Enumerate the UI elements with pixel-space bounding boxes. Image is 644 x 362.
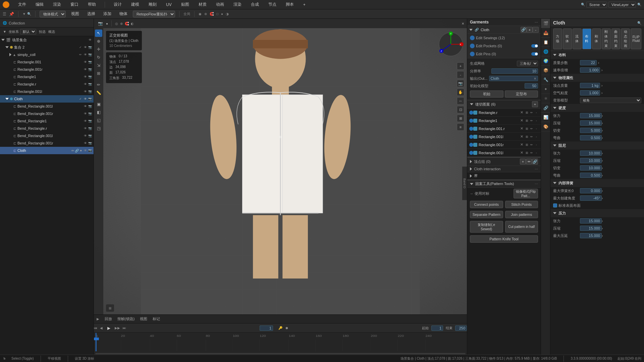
snap-toggle-btn[interactable]: 🧲: [125, 22, 129, 25]
damp-bending-arrow[interactable]: ›: [602, 174, 603, 177]
grid-btn[interactable]: ⊞: [457, 115, 464, 122]
outliner-item-bend001r2[interactable]: ⊏ Bend_Rectangle.001r 👁 📷: [0, 139, 94, 147]
damp-tension-arrow[interactable]: ›: [602, 152, 603, 155]
frame-btn[interactable]: ⊡: [457, 106, 464, 113]
pattern-tools-expand[interactable]: [470, 183, 473, 185]
outliner-item-cloth-parent[interactable]: Cloth ✓ 👁 📷: [0, 95, 94, 103]
prop-tab-output[interactable]: 📤: [541, 28, 550, 38]
deform-model-select[interactable]: 棱角: [580, 98, 641, 103]
timeline-ruler[interactable]: 1 20 40 60 80 100 120 140 160 180 200 22…: [94, 333, 467, 355]
tension-arrow[interactable]: ›: [602, 114, 603, 118]
outliner-item-bendr[interactable]: ⊏ Bend_Rectangle.r 👁 📷: [0, 125, 94, 132]
vertex-group-edit-btn[interactable]: ✏: [526, 159, 532, 165]
cloth-active-cam-icon[interactable]: 📷: [88, 148, 92, 153]
bend001l-vis-icon[interactable]: 👁: [83, 104, 88, 109]
tool-annotate[interactable]: ✏: [95, 81, 102, 88]
mirror-arrow-icon[interactable]: ↔: [470, 192, 473, 195]
speed-arrow[interactable]: ›: [601, 68, 602, 72]
pressure-compression-arrow[interactable]: ›: [602, 227, 603, 230]
cloth-active-particles-icon[interactable]: ✦: [79, 149, 82, 153]
tool-move[interactable]: ✛: [95, 46, 102, 53]
internal-springs-header[interactable]: 内部弹簧: [550, 179, 644, 187]
pattern-5-remove-btn[interactable]: ✕: [520, 150, 523, 155]
visibility-icon[interactable]: 👁: [88, 38, 92, 42]
pattern-0-visible-dot[interactable]: [469, 111, 473, 115]
edit-pockets-row[interactable]: Edit Pockets (0): [467, 42, 541, 50]
damp-shear-input[interactable]: [580, 165, 602, 171]
output-cloth-display[interactable]: Cloth ✕: [489, 76, 538, 81]
bend001r-vis-icon[interactable]: 👁: [83, 111, 88, 116]
cloth-btn[interactable]: 布料: [582, 28, 591, 49]
flip-fluid-btn[interactable]: FLIP Fluid: [631, 28, 641, 49]
prop-tab-render[interactable]: 🎬: [541, 19, 550, 28]
vertex-group-add-btn[interactable]: +: [520, 159, 526, 165]
keying-label[interactable]: 抠帧(锁匙): [117, 316, 135, 321]
bend001l-cam-icon[interactable]: 📷: [88, 104, 92, 109]
pattern-1-edit-btn[interactable]: ⊞: [525, 118, 529, 123]
init-mesh-input[interactable]: [525, 83, 538, 88]
quality-steps-input[interactable]: [580, 60, 597, 65]
pattern-2-edit-btn[interactable]: ⊞: [525, 126, 529, 131]
cloth-init-btn[interactable]: 初始: [470, 90, 503, 98]
pattern-0-minus-btn[interactable]: -: [534, 110, 539, 115]
visibility2-icon[interactable]: 👁: [83, 45, 88, 50]
tool-add[interactable]: ▣: [95, 101, 102, 108]
tool-scale[interactable]: ⇲: [95, 62, 102, 69]
bending-input[interactable]: [580, 135, 602, 140]
pattern-2-remove-btn[interactable]: ✕: [520, 126, 523, 131]
force-field-btn[interactable]: 力场: [553, 28, 562, 49]
damp-compression-input[interactable]: [580, 158, 602, 163]
friction-expand[interactable]: [470, 174, 472, 178]
pattern-1-visible-dot[interactable]: [469, 119, 473, 123]
view-label[interactable]: 视图: [140, 316, 147, 321]
cloth-item-header[interactable]: 🔗 Cloth 🔗 + -: [467, 26, 541, 34]
stiffness-header[interactable]: 硬度: [550, 104, 644, 112]
view-shading-btn[interactable]: ●: [106, 22, 108, 25]
dynamic-paint-btn[interactable]: 动态绘画: [621, 28, 630, 49]
quality-steps-arrow-right[interactable]: ›: [598, 61, 599, 65]
view-btn[interactable]: 视图: [68, 10, 82, 17]
outliner-item-rect001[interactable]: ⊏ Rectangle.001 👁 📷: [0, 58, 94, 66]
pockets-toggle[interactable]: [470, 44, 475, 48]
prop-search-icon[interactable]: 🔍: [637, 21, 641, 25]
mirror-mode-btn[interactable]: 镜像模式(Flip Patt...: [514, 189, 538, 198]
outliner-item-rect001r[interactable]: ⊏ Rectangle.001r 👁 📷: [0, 66, 94, 73]
tool-extra3[interactable]: ◳: [95, 125, 102, 132]
pattern-4-remove-btn[interactable]: ✕: [520, 142, 523, 147]
vertex-group-link-btn[interactable]: 🔗: [532, 159, 538, 165]
overlay-icon[interactable]: ◉: [199, 12, 202, 16]
pockets-toggle-on[interactable]: [531, 44, 538, 48]
restrict-icon[interactable]: ✓: [78, 45, 83, 50]
damp-shear-arrow[interactable]: ›: [602, 166, 603, 170]
rectr-cam-icon[interactable]: 📷: [88, 82, 92, 86]
damp-compression-arrow[interactable]: ›: [602, 159, 603, 163]
vertex-mass-input[interactable]: [580, 83, 600, 88]
outliner-item-bend001l[interactable]: ⊏ Bend_Rectangle.001l 👁 📷: [0, 103, 94, 110]
start-frame-input[interactable]: [431, 325, 443, 331]
orbit-btn[interactable]: ↔: [457, 97, 464, 105]
jump-end-btn[interactable]: ⏭: [123, 326, 126, 330]
keyframe-btn[interactable]: 🔑: [278, 326, 282, 330]
outliner-item-simply-coll[interactable]: ▲ simply_coll ✏ 👁 📷: [0, 51, 94, 58]
pattern-3-remove-btn[interactable]: ✕: [520, 134, 523, 139]
add-btn[interactable]: 添加: [101, 10, 114, 17]
surface-constraint-btn[interactable]: 曲面约束: [611, 28, 621, 49]
pattern-3-settings-btn[interactable]: ✏: [529, 134, 534, 139]
pattern-1-settings-btn[interactable]: ✏: [529, 118, 534, 123]
layers-btn[interactable]: ≡: [457, 123, 464, 131]
pattern-2-minus-btn[interactable]: -: [534, 126, 539, 131]
cloth-interaction-expand[interactable]: [470, 167, 472, 171]
pressure-compression-input[interactable]: [580, 226, 602, 231]
simply-coll-cam-icon[interactable]: 📷: [88, 52, 92, 57]
rect001-cam-icon[interactable]: 📷: [88, 60, 92, 64]
outliner-filter-icon[interactable]: ▼: [2, 29, 7, 34]
gizmo-toggle-btn[interactable]: ⊕: [120, 22, 123, 25]
max-pressure-input[interactable]: [580, 233, 602, 238]
cut-pattern-btn[interactable]: Cut pattern in half: [505, 221, 538, 233]
prop-tab-scene[interactable]: 🌐: [541, 47, 550, 56]
menu-design[interactable]: 设计: [112, 1, 124, 8]
edit-pins-row[interactable]: Edit Pins (0): [467, 50, 541, 58]
pattern-knife-btn[interactable]: Pattern Knife Tool: [470, 235, 538, 243]
vertex-mass-arrow[interactable]: ›: [601, 84, 602, 87]
cloth-add-btn[interactable]: +: [527, 27, 533, 33]
